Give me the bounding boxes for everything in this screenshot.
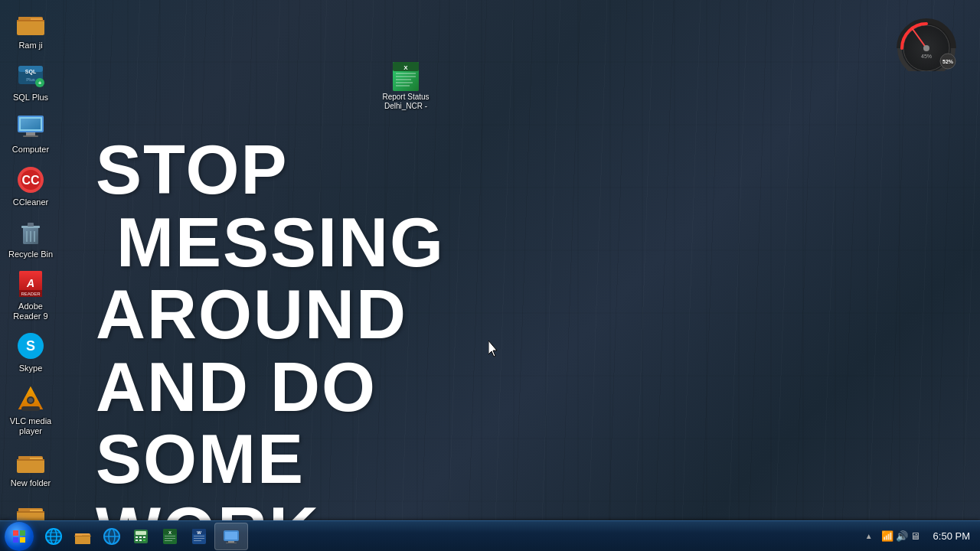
svg-rect-42 (17, 459, 44, 461)
svg-rect-41 (17, 459, 44, 473)
desktop-icon-computer[interactable]: Computer (2, 108, 60, 158)
skype-icon: S (15, 331, 46, 361)
svg-rect-98 (194, 538, 204, 539)
svg-rect-102 (228, 541, 234, 543)
adobe-label: Adobe Reader 9 (5, 302, 57, 321)
motivational-line-3: AND DO SOME (96, 351, 494, 496)
tray-icons: 📶 🔊 🖥 (877, 530, 924, 542)
volume-tray-icon[interactable]: 🔊 (896, 530, 908, 542)
clock-time: 6:50 PM (933, 530, 970, 542)
svg-text:X: X (168, 530, 172, 535)
desktop-icon-vlc[interactable]: VLC media player (2, 380, 60, 440)
svg-text:+: + (38, 80, 42, 86)
taskbar-active[interactable] (214, 523, 248, 550)
svg-rect-84 (143, 536, 145, 538)
ccleaner-icon: CC (15, 165, 46, 195)
svg-rect-13 (26, 132, 35, 135)
svg-rect-103 (226, 543, 237, 543)
svg-text:A: A (26, 277, 34, 289)
new-folder-label: New folder (11, 478, 51, 488)
ramji-icon (15, 8, 46, 38)
svg-rect-82 (136, 536, 138, 538)
svg-point-37 (28, 398, 33, 403)
sqlplus-label: SQL Plus (13, 93, 48, 103)
gauge-widget: 45% 52% (888, 14, 965, 71)
desktop-icon-adobe[interactable]: A READER Adobe Reader 9 (2, 265, 60, 325)
svg-rect-87 (143, 540, 145, 541)
svg-text:Plus: Plus (26, 77, 35, 82)
svg-rect-86 (139, 540, 142, 541)
skype-label: Skype (19, 364, 43, 373)
taskbar-items: X W (40, 521, 248, 551)
desktop-icon-column: Ram ji SQL Plus + SQL Plus (0, 0, 61, 520)
report-status-label: Report StatusDelhi_NCR - (382, 93, 429, 111)
taskbar-word[interactable]: W (185, 523, 213, 550)
svg-text:READER: READER (21, 292, 41, 296)
computer-icon (15, 112, 46, 142)
tray-expand[interactable]: ▲ (864, 532, 874, 540)
motivational-text: STOP MESSING AROUND AND DO SOME WORK. (96, 134, 494, 551)
desktop-icon-ramji[interactable]: Ram ji (2, 4, 60, 54)
svg-rect-83 (139, 536, 142, 538)
svg-rect-85 (136, 540, 138, 541)
svg-point-61 (923, 45, 929, 51)
motivational-line-2: AROUND (96, 279, 494, 351)
svg-text:X: X (403, 64, 408, 71)
svg-rect-75 (74, 536, 91, 536)
start-orb[interactable] (5, 522, 34, 551)
svg-rect-3 (17, 20, 44, 35)
network-tray-icon[interactable]: 📶 (881, 530, 893, 542)
system-tray: ▲ 📶 🔊 🖥 6:50 PM (864, 521, 980, 551)
sqlplus-icon: SQL Plus + (15, 60, 46, 90)
desktop-icon-skype[interactable]: S Skype (2, 327, 60, 377)
desktop-icon-new-folder[interactable]: New folder (2, 442, 60, 492)
svg-rect-97 (194, 536, 204, 536)
desktop-icon-ccleaner[interactable]: CC CCleaner (2, 161, 60, 211)
svg-text:S: S (26, 338, 35, 354)
taskbar-ie2[interactable] (98, 523, 126, 550)
recycle-bin-label: Recycle Bin (8, 249, 53, 259)
adobe-icon: A READER (15, 269, 46, 299)
ccleaner-label: CCleaner (13, 197, 48, 207)
svg-rect-99 (194, 540, 201, 541)
desktop-icon-sqlplus[interactable]: SQL Plus + SQL Plus (2, 56, 60, 106)
vlc-icon (15, 383, 46, 414)
svg-rect-15 (21, 119, 41, 129)
svg-rect-4 (17, 20, 44, 21)
svg-text:45%: 45% (921, 54, 932, 59)
start-button[interactable] (0, 521, 38, 552)
svg-rect-54 (396, 79, 411, 80)
taskbar-ie[interactable] (40, 523, 67, 550)
taskbar-explorer[interactable] (69, 523, 96, 550)
svg-rect-22 (28, 223, 34, 227)
svg-rect-56 (396, 85, 410, 86)
system-monitor: 45% 52% (884, 8, 969, 77)
svg-rect-55 (396, 82, 413, 83)
clock[interactable]: 6:50 PM (927, 521, 976, 551)
svg-rect-93 (165, 540, 172, 541)
new-folder-icon (15, 445, 46, 476)
vlc-label: VLC media player (5, 416, 57, 436)
svg-rect-47 (17, 511, 44, 513)
svg-rect-53 (396, 76, 416, 77)
report-status-icon-img: X (390, 60, 422, 93)
taskbar: X W (0, 520, 980, 551)
computer-label: Computer (12, 145, 49, 155)
svg-rect-35 (21, 406, 40, 411)
svg-text:SQL: SQL (25, 69, 37, 75)
taskbar-calc[interactable] (127, 523, 155, 550)
motivational-line-1: STOP MESSING (96, 134, 494, 279)
taskbar-excel[interactable]: X (156, 523, 184, 550)
display-tray-icon[interactable]: 🖥 (910, 530, 920, 542)
ramji-label: Ram ji (18, 41, 42, 51)
svg-rect-92 (165, 538, 175, 539)
svg-text:CC: CC (21, 174, 40, 187)
svg-text:52%: 52% (942, 59, 954, 64)
desktop-icon-recycle-bin[interactable]: Recycle Bin (2, 213, 60, 263)
svg-rect-14 (23, 135, 38, 137)
desktop-icon-report-status[interactable]: X Report StatusDelhi_NCR - (375, 57, 436, 114)
svg-text:W: W (197, 530, 201, 535)
svg-rect-101 (225, 532, 237, 540)
svg-rect-91 (165, 536, 175, 536)
svg-rect-81 (136, 531, 146, 535)
